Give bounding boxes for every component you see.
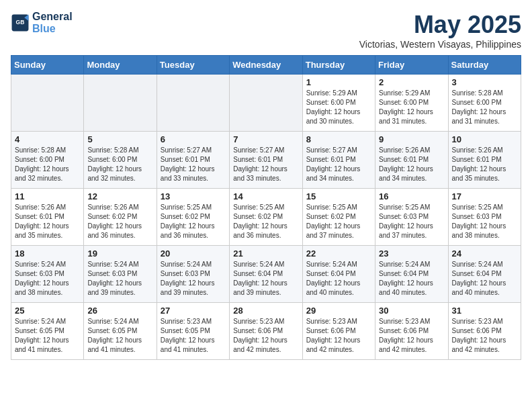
day-number: 1 [306,77,371,87]
day-number: 16 [379,191,444,201]
day-cell: 12Sunrise: 5:26 AM Sunset: 6:02 PM Dayli… [84,189,157,246]
day-cell: 23Sunrise: 5:24 AM Sunset: 6:04 PM Dayli… [375,246,448,303]
day-info: Sunrise: 5:27 AM Sunset: 6:01 PM Dayligh… [306,146,371,183]
day-number: 15 [306,191,371,201]
day-cell: 20Sunrise: 5:24 AM Sunset: 6:03 PM Dayli… [157,246,229,303]
week-row-5: 25Sunrise: 5:24 AM Sunset: 6:05 PM Dayli… [11,303,521,360]
day-cell: 19Sunrise: 5:24 AM Sunset: 6:03 PM Dayli… [84,246,157,303]
day-info: Sunrise: 5:28 AM Sunset: 6:00 PM Dayligh… [15,146,80,183]
header-row: SundayMondayTuesdayWednesdayThursdayFrid… [11,56,521,75]
page-header: GB General Blue May 2025 Victorias, West… [11,11,521,50]
day-number: 19 [87,248,152,259]
day-cell: 29Sunrise: 5:23 AM Sunset: 6:06 PM Dayli… [302,303,375,360]
day-number: 8 [306,134,371,144]
day-cell: 30Sunrise: 5:23 AM Sunset: 6:06 PM Dayli… [375,303,448,360]
day-cell: 4Sunrise: 5:28 AM Sunset: 6:00 PM Daylig… [11,132,84,189]
day-info: Sunrise: 5:24 AM Sunset: 6:03 PM Dayligh… [161,260,226,298]
day-cell: 21Sunrise: 5:24 AM Sunset: 6:04 PM Dayli… [230,246,302,303]
day-cell: 5Sunrise: 5:28 AM Sunset: 6:00 PM Daylig… [84,132,157,189]
day-info: Sunrise: 5:27 AM Sunset: 6:01 PM Dayligh… [161,146,226,183]
day-number: 11 [15,191,80,201]
day-cell: 10Sunrise: 5:26 AM Sunset: 6:01 PM Dayli… [448,132,521,189]
day-number: 20 [161,248,226,259]
day-number: 2 [379,77,444,87]
day-cell: 2Sunrise: 5:29 AM Sunset: 6:00 PM Daylig… [375,75,448,132]
day-cell [11,75,84,132]
day-number: 27 [161,306,226,316]
day-number: 24 [452,248,517,259]
day-number: 17 [452,191,517,201]
day-info: Sunrise: 5:25 AM Sunset: 6:02 PM Dayligh… [161,203,226,240]
day-number: 5 [87,134,152,144]
day-info: Sunrise: 5:24 AM Sunset: 6:03 PM Dayligh… [15,260,80,298]
week-row-4: 18Sunrise: 5:24 AM Sunset: 6:03 PM Dayli… [11,246,521,303]
day-info: Sunrise: 5:26 AM Sunset: 6:01 PM Dayligh… [15,203,80,240]
day-number: 14 [233,191,298,201]
day-number: 21 [233,248,298,259]
day-info: Sunrise: 5:24 AM Sunset: 6:05 PM Dayligh… [87,317,152,355]
day-cell: 28Sunrise: 5:23 AM Sunset: 6:06 PM Dayli… [230,303,302,360]
day-info: Sunrise: 5:26 AM Sunset: 6:01 PM Dayligh… [379,146,444,183]
day-info: Sunrise: 5:23 AM Sunset: 6:06 PM Dayligh… [306,317,371,355]
day-info: Sunrise: 5:26 AM Sunset: 6:02 PM Dayligh… [87,203,152,240]
day-number: 25 [15,306,80,316]
day-cell [84,75,157,132]
day-cell: 9Sunrise: 5:26 AM Sunset: 6:01 PM Daylig… [375,132,448,189]
day-info: Sunrise: 5:25 AM Sunset: 6:02 PM Dayligh… [233,203,298,240]
day-number: 4 [15,134,80,144]
day-info: Sunrise: 5:28 AM Sunset: 6:00 PM Dayligh… [452,89,517,126]
header-cell-saturday: Saturday [448,56,521,75]
day-number: 12 [87,191,152,201]
day-info: Sunrise: 5:24 AM Sunset: 6:04 PM Dayligh… [452,260,517,298]
day-cell [157,75,229,132]
day-number: 23 [379,248,444,259]
day-number: 22 [306,248,371,259]
header-cell-wednesday: Wednesday [230,56,302,75]
day-info: Sunrise: 5:23 AM Sunset: 6:05 PM Dayligh… [161,317,226,355]
header-cell-tuesday: Tuesday [157,56,229,75]
week-row-2: 4Sunrise: 5:28 AM Sunset: 6:00 PM Daylig… [11,132,521,189]
day-number: 30 [379,306,444,316]
day-info: Sunrise: 5:24 AM Sunset: 6:04 PM Dayligh… [306,260,371,298]
header-cell-thursday: Thursday [302,56,375,75]
day-number: 18 [15,248,80,259]
header-cell-sunday: Sunday [11,56,84,75]
day-info: Sunrise: 5:28 AM Sunset: 6:00 PM Dayligh… [87,146,152,183]
day-cell: 22Sunrise: 5:24 AM Sunset: 6:04 PM Dayli… [302,246,375,303]
day-info: Sunrise: 5:27 AM Sunset: 6:01 PM Dayligh… [233,146,298,183]
day-cell: 16Sunrise: 5:25 AM Sunset: 6:03 PM Dayli… [375,189,448,246]
day-cell: 6Sunrise: 5:27 AM Sunset: 6:01 PM Daylig… [157,132,229,189]
day-number: 3 [452,77,517,87]
day-number: 9 [379,134,444,144]
day-number: 13 [161,191,226,201]
day-info: Sunrise: 5:24 AM Sunset: 6:04 PM Dayligh… [233,260,298,298]
day-cell: 11Sunrise: 5:26 AM Sunset: 6:01 PM Dayli… [11,189,84,246]
title-area: May 2025 Victorias, Western Visayas, Phi… [359,11,521,50]
day-info: Sunrise: 5:29 AM Sunset: 6:00 PM Dayligh… [379,89,444,126]
day-cell: 7Sunrise: 5:27 AM Sunset: 6:01 PM Daylig… [230,132,302,189]
day-info: Sunrise: 5:24 AM Sunset: 6:04 PM Dayligh… [379,260,444,298]
week-row-1: 1Sunrise: 5:29 AM Sunset: 6:00 PM Daylig… [11,75,521,132]
day-info: Sunrise: 5:23 AM Sunset: 6:06 PM Dayligh… [233,317,298,355]
day-number: 31 [452,306,517,316]
day-info: Sunrise: 5:26 AM Sunset: 6:01 PM Dayligh… [452,146,517,183]
week-row-3: 11Sunrise: 5:26 AM Sunset: 6:01 PM Dayli… [11,189,521,246]
calendar-table: SundayMondayTuesdayWednesdayThursdayFrid… [11,55,521,360]
day-number: 6 [161,134,226,144]
day-info: Sunrise: 5:23 AM Sunset: 6:06 PM Dayligh… [452,317,517,355]
day-cell: 3Sunrise: 5:28 AM Sunset: 6:00 PM Daylig… [448,75,521,132]
day-info: Sunrise: 5:23 AM Sunset: 6:06 PM Dayligh… [379,317,444,355]
header-cell-monday: Monday [84,56,157,75]
day-cell: 31Sunrise: 5:23 AM Sunset: 6:06 PM Dayli… [448,303,521,360]
day-info: Sunrise: 5:24 AM Sunset: 6:05 PM Dayligh… [15,317,80,355]
day-number: 10 [452,134,517,144]
day-cell: 13Sunrise: 5:25 AM Sunset: 6:02 PM Dayli… [157,189,229,246]
logo-text: General Blue [32,11,73,34]
day-cell: 25Sunrise: 5:24 AM Sunset: 6:05 PM Dayli… [11,303,84,360]
day-cell: 15Sunrise: 5:25 AM Sunset: 6:02 PM Dayli… [302,189,375,246]
day-cell: 14Sunrise: 5:25 AM Sunset: 6:02 PM Dayli… [230,189,302,246]
day-number: 29 [306,306,371,316]
day-cell: 17Sunrise: 5:25 AM Sunset: 6:03 PM Dayli… [448,189,521,246]
day-cell: 1Sunrise: 5:29 AM Sunset: 6:00 PM Daylig… [302,75,375,132]
day-cell: 26Sunrise: 5:24 AM Sunset: 6:05 PM Dayli… [84,303,157,360]
